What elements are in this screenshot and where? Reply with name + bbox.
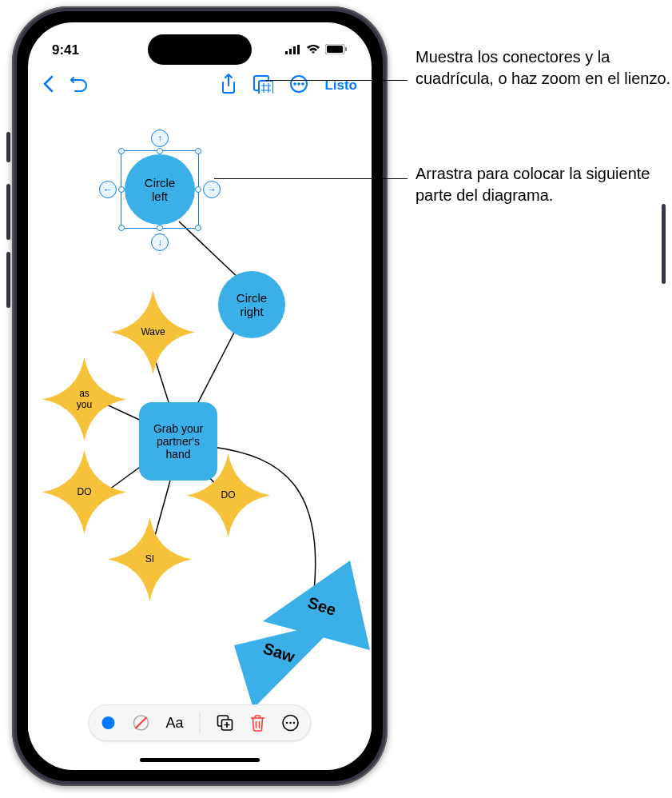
- home-indicator: [140, 758, 260, 762]
- connector-handle-left[interactable]: ←: [99, 181, 117, 198]
- svg-line-28: [135, 717, 146, 728]
- clock: 9:41: [52, 42, 79, 58]
- shape-grab-square[interactable]: Grab your partner's hand: [139, 402, 217, 481]
- bottom-toolbar: Aa: [88, 704, 311, 741]
- drawing-canvas[interactable]: Circle left ↑ ↓ ← → Circ: [28, 105, 372, 732]
- battery-icon: [325, 42, 348, 58]
- svg-rect-0: [285, 51, 288, 54]
- shape-label: Wave: [141, 327, 165, 338]
- wifi-icon: [306, 42, 320, 58]
- svg-line-17: [179, 221, 241, 281]
- callout-grid: Muestra los conectores y la cuadrícula, …: [416, 46, 671, 90]
- dynamic-island: [148, 34, 252, 65]
- grid-zoom-button[interactable]: [246, 70, 280, 102]
- svg-point-16: [302, 82, 304, 85]
- svg-rect-3: [297, 45, 300, 54]
- shape-circle-right[interactable]: Circle right: [218, 271, 285, 338]
- more-tool[interactable]: [282, 714, 300, 732]
- svg-point-26: [101, 716, 114, 729]
- no-stroke-tool[interactable]: [132, 714, 149, 732]
- share-button[interactable]: [214, 69, 243, 103]
- selection-box: [121, 150, 199, 229]
- callout-leader: [214, 178, 408, 179]
- more-button[interactable]: [283, 70, 315, 102]
- connector-handle-up[interactable]: ↑: [151, 130, 169, 147]
- text-style-tool[interactable]: Aa: [165, 715, 183, 732]
- callout-drag: Arrastra para colocar la siguiente parte…: [416, 163, 671, 206]
- svg-point-36: [286, 722, 288, 724]
- svg-rect-6: [345, 47, 347, 51]
- phone-frame: 9:41: [12, 6, 388, 786]
- connector-handle-down[interactable]: ↓: [151, 233, 169, 251]
- svg-line-18: [195, 331, 235, 409]
- back-button[interactable]: [36, 70, 60, 102]
- svg-rect-8: [259, 81, 273, 94]
- undo-button[interactable]: [63, 70, 95, 102]
- shape-label: Grab your partner's hand: [153, 422, 203, 461]
- fill-tool[interactable]: [100, 715, 116, 731]
- svg-rect-5: [327, 46, 343, 53]
- svg-point-15: [298, 82, 300, 85]
- done-button[interactable]: Listo: [318, 73, 364, 98]
- shape-triangle-saw[interactable]: Saw: [234, 616, 346, 712]
- svg-rect-2: [293, 46, 296, 54]
- svg-rect-1: [289, 49, 292, 54]
- shape-star-si[interactable]: SI: [108, 517, 192, 601]
- delete-tool[interactable]: [250, 714, 266, 732]
- shape-label: SI: [145, 554, 154, 565]
- svg-point-14: [294, 82, 296, 85]
- duplicate-tool[interactable]: [217, 714, 234, 732]
- divider: [200, 712, 201, 733]
- shape-label: Circle right: [237, 291, 267, 319]
- svg-point-38: [293, 722, 295, 724]
- connector-handle-right[interactable]: →: [203, 181, 221, 198]
- svg-point-37: [289, 722, 291, 724]
- cellular-icon: [285, 42, 301, 58]
- shape-star-asyou[interactable]: as you: [42, 357, 126, 441]
- top-toolbar: Listo: [28, 66, 372, 105]
- shape-label: DO: [78, 487, 92, 498]
- shape-label: as you: [77, 389, 92, 411]
- callout-leader: [265, 80, 408, 81]
- shape-label: DO: [221, 490, 236, 501]
